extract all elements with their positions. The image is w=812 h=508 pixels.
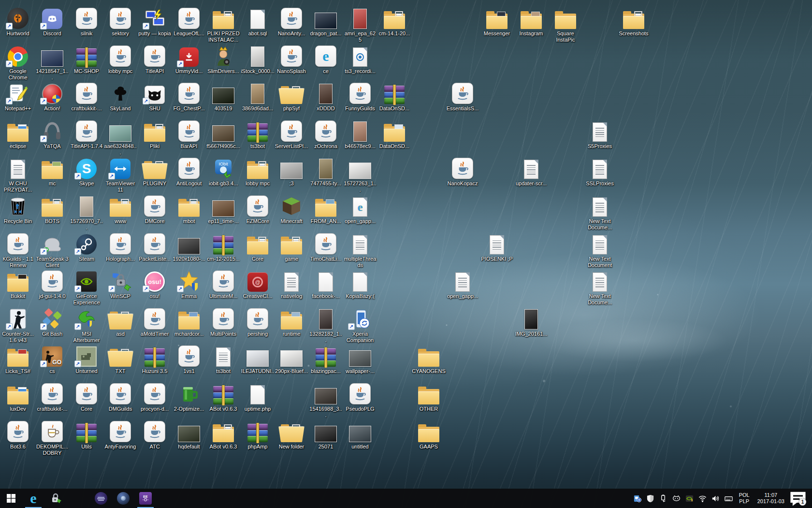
desktop-icon[interactable]: GeForce Experience: [70, 268, 103, 306]
desktop-icon[interactable]: hqdefault: [172, 418, 206, 450]
desktop-icon[interactable]: Hurtworld: [1, 5, 35, 37]
desktop-icon[interactable]: updater-scr...: [514, 155, 548, 187]
desktop-icon[interactable]: Steam: [70, 230, 103, 262]
desktop-icon[interactable]: ServerListPl...: [275, 118, 308, 149]
desktop-icon[interactable]: 15416988_3...: [309, 380, 343, 418]
desktop-icon[interactable]: SSkype: [70, 155, 103, 187]
desktop-icon[interactable]: LeagueOfL...: [172, 5, 206, 37]
desktop-icon[interactable]: Xperia Companion: [343, 305, 377, 344]
desktop-icon[interactable]: SkyLand: [103, 80, 137, 112]
desktop-icon[interactable]: sektory: [103, 5, 137, 37]
desktop-icon[interactable]: procyon-d...: [138, 380, 172, 412]
desktop-icon[interactable]: Minecraft: [275, 193, 308, 224]
desktop-icon[interactable]: craftbukkit-...: [35, 380, 69, 412]
volume-icon[interactable]: [709, 489, 722, 508]
desktop-icon[interactable]: www: [103, 193, 137, 224]
desktop-icon[interactable]: ABot v0.6.3: [206, 380, 240, 412]
desktop-icon[interactable]: TeamSpeak 3 Client: [35, 230, 69, 269]
desktop-icon[interactable]: jd-gui-1.4.0: [35, 268, 69, 299]
defender-shield-icon[interactable]: [644, 489, 657, 508]
desktop-icon[interactable]: New Text Docume...: [583, 268, 617, 306]
desktop-icon[interactable]: asd: [103, 305, 137, 337]
taskbar-orb-button[interactable]: [112, 489, 134, 508]
desktop-icon[interactable]: Google Chrome: [1, 43, 35, 81]
desktop-icon[interactable]: nativelog: [275, 268, 308, 299]
action-center-button[interactable]: 1: [788, 489, 808, 508]
desktop-icon[interactable]: UltimateM...: [206, 268, 240, 299]
desktop-icon[interactable]: DEKOMPIL... DOBRY: [35, 418, 69, 456]
desktop-icon[interactable]: DMGuilds: [103, 380, 137, 412]
desktop-icon[interactable]: New Text Document: [583, 230, 617, 269]
desktop-icon[interactable]: DMCore: [138, 193, 172, 224]
desktop-icon[interactable]: osu!osu!: [138, 268, 172, 299]
desktop-icon[interactable]: 14218547_1...: [35, 43, 69, 81]
desktop-icon[interactable]: @CreativeCl...: [241, 268, 275, 299]
desktop-icon[interactable]: 15727263_1...: [343, 155, 377, 193]
desktop-icon[interactable]: GOcs: [35, 343, 69, 374]
desktop-icon[interactable]: 290px-Bluef...: [275, 343, 308, 374]
desktop-icon[interactable]: ABot v0.6.3: [206, 418, 240, 450]
desktop-icon[interactable]: wallpaper-...: [343, 343, 377, 374]
taskbar-eclipse-button[interactable]: [90, 489, 112, 508]
desktop-icon[interactable]: BarAPI: [172, 118, 206, 149]
desktop-icon[interactable]: game: [275, 230, 308, 262]
desktop-icon[interactable]: UmmyVid...: [172, 43, 206, 75]
desktop-icon[interactable]: Holograph...: [103, 230, 137, 262]
desktop-icon[interactable]: SSLProxies: [583, 155, 617, 187]
desktop-icon[interactable]: dragon_pat...: [309, 5, 343, 37]
taskbar-javaee-ide-button[interactable]: EE: [134, 489, 157, 508]
desktop-icon[interactable]: AntiLogout: [172, 155, 206, 187]
desktop-icon[interactable]: aMotdTimer: [138, 305, 172, 337]
desktop-icon[interactable]: Messenger: [480, 5, 514, 37]
desktop-icon[interactable]: TeamViewer 11: [103, 155, 137, 193]
desktop-icon[interactable]: TXT: [103, 343, 137, 374]
desktop-icon[interactable]: cm-14.1-20...: [377, 5, 411, 37]
desktop-icon[interactable]: YaTQA: [35, 118, 69, 149]
desktop-icon[interactable]: IMG_20161...: [514, 305, 548, 337]
desktop-icon[interactable]: craftbukkit-...: [70, 80, 103, 112]
desktop-icon[interactable]: 7477455-ty...: [309, 155, 343, 187]
desktop-icon[interactable]: Unturned: [70, 343, 103, 374]
language-indicator[interactable]: POL PLP: [735, 492, 754, 505]
taskbar-winscp-lock-button[interactable]: [44, 489, 67, 508]
desktop-icon[interactable]: FG_ChestP...: [172, 80, 206, 112]
desktop-icon[interactable]: PacketListe...: [138, 230, 172, 262]
desktop-icon[interactable]: Action!: [35, 80, 69, 112]
desktop-icon[interactable]: Notepad++: [1, 80, 35, 112]
desktop-icon[interactable]: FROM_AN...: [309, 193, 343, 224]
desktop-icon[interactable]: NanoAnty...: [275, 5, 308, 37]
desktop-icon[interactable]: 3869d6dad...: [241, 80, 275, 112]
desktop-icon[interactable]: ILEJATUDNI...: [241, 343, 275, 381]
nvidia-icon[interactable]: [683, 489, 696, 508]
desktop-icon[interactable]: Pliki: [138, 118, 172, 149]
desktop-icon[interactable]: Instagram: [514, 5, 548, 37]
desktop-icon[interactable]: phpSyf: [275, 80, 308, 112]
desktop-icon[interactable]: eopen_gapp...: [343, 193, 377, 224]
desktop-icon[interactable]: pershing: [241, 305, 275, 337]
desktop-icon[interactable]: amri_epa_625: [343, 5, 377, 43]
desktop-icon[interactable]: WinSCP: [103, 268, 137, 299]
desktop-icon[interactable]: blazingpac...: [309, 343, 343, 374]
desktop-icon[interactable]: SHU: [138, 80, 172, 112]
desktop-icon[interactable]: TitleAPI: [138, 43, 172, 75]
usb-device-icon[interactable]: [657, 489, 670, 508]
desktop-icon[interactable]: xDDDD: [309, 80, 343, 112]
desktop-icon[interactable]: ece: [309, 43, 343, 75]
desktop-icon[interactable]: PLIKI PRZED INSTALAC...: [206, 5, 240, 43]
desktop-icon[interactable]: Utils: [70, 418, 103, 450]
desktop-icon[interactable]: New folder: [275, 418, 308, 450]
desktop-icon[interactable]: Square InstaPic: [549, 5, 582, 43]
desktop-icon[interactable]: 13282182_1...: [309, 305, 343, 344]
desktop-icon[interactable]: Bukkit: [1, 268, 35, 299]
desktop-icon[interactable]: AntyFavoring: [103, 418, 137, 450]
desktop-icon[interactable]: NanoKopacz: [446, 155, 479, 187]
clock[interactable]: 11:07 2017-01-03: [754, 492, 788, 505]
desktop-icon[interactable]: zOchrona: [309, 118, 343, 149]
desktop-icon[interactable]: putty — kopia: [138, 5, 172, 37]
touch-keyboard-icon[interactable]: [722, 489, 735, 508]
desktop-icon[interactable]: eclipse: [1, 118, 35, 149]
desktop-icon[interactable]: 1vs1: [172, 343, 206, 374]
desktop-icon[interactable]: Git Bash: [35, 305, 69, 337]
desktop-icon[interactable]: EssentialsS...: [446, 80, 479, 112]
desktop-icon[interactable]: EZMCore: [241, 193, 275, 224]
